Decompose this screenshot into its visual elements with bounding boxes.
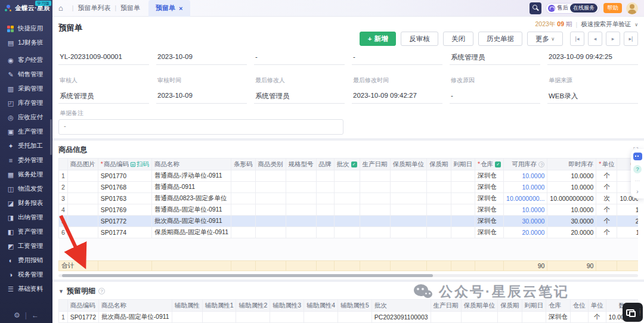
column-header[interactable]: 到期日 <box>451 159 475 170</box>
form-field-value[interactable]: 2023-10-09 <box>156 91 247 104</box>
after-sales-service-button[interactable]: 售后 在线服务 <box>546 3 599 14</box>
tab-reservation-order[interactable]: 预留单 × <box>148 0 190 17</box>
batch-check-icon[interactable]: ✓ <box>495 162 501 167</box>
sidebar-item-8[interactable]: ▣生产管理 <box>0 125 52 139</box>
column-header[interactable]: 批次✓ <box>334 159 360 170</box>
close-tab-icon[interactable]: × <box>179 5 182 12</box>
column-header[interactable]: 单位 <box>588 300 606 312</box>
sidebar-item-9[interactable]: ✦受托加工 <box>0 139 52 153</box>
sidebar-item-7[interactable]: ◎应收应付 <box>0 110 52 125</box>
screen-cast-widget[interactable]: ⋮⋮ <box>623 303 643 322</box>
sidebar-item-18[interactable]: ◑税务管理 <box>0 268 52 282</box>
sidebar-item-15[interactable]: ◧资产管理 <box>0 225 52 239</box>
form-field-value[interactable]: 系统管理员 <box>58 91 149 104</box>
sidebar-item-14[interactable]: ◨出纳管理 <box>0 210 52 225</box>
collapse-sidebar-icon[interactable]: ← <box>32 311 39 319</box>
add-button[interactable]: +新增 <box>360 32 397 46</box>
form-field-value[interactable]: 2023-10-09 <box>156 52 247 65</box>
first-page-button[interactable]: |◂ <box>570 32 584 46</box>
column-header[interactable]: 可用库存? <box>504 159 547 170</box>
column-header[interactable]: 条形码 <box>231 159 256 170</box>
form-field-value[interactable]: 系统管理员 <box>450 52 540 65</box>
sidebar-item-5[interactable]: ▥采购管理 <box>0 82 52 96</box>
sidebar-item-4[interactable]: ✎销售管理 <box>0 67 52 82</box>
last-page-button[interactable]: ▸| <box>624 32 638 46</box>
column-header[interactable]: *商品编码扫码 <box>98 159 151 170</box>
history-button[interactable]: 历史单据 <box>478 32 522 46</box>
column-header[interactable]: 保质期 <box>498 300 522 312</box>
batch-check-icon[interactable]: ✓ <box>351 162 357 167</box>
close-button[interactable]: 关闭 <box>443 32 473 46</box>
form-field-value[interactable]: - <box>254 52 345 65</box>
sidebar-item-13[interactable]: ◪财务报表 <box>0 196 52 210</box>
settings-gear-icon[interactable]: ⚙ <box>14 311 20 319</box>
column-header[interactable]: *单位 <box>596 159 617 170</box>
form-field-value[interactable]: YL-20231009-00001 <box>58 52 149 65</box>
table-row[interactable]: 6SP01774保质期商品-固定单位-0911深圳仓20.000020.0000… <box>59 227 639 238</box>
form-field-value[interactable]: 2023-10-09 09:42:27 <box>352 91 442 104</box>
form-field-value[interactable]: 系统管理员 <box>254 91 345 104</box>
help-circle-icon[interactable]: ? <box>98 288 105 294</box>
collapse-panel-arrow-icon[interactable]: › <box>636 188 638 195</box>
column-header[interactable]: 仓位 <box>570 300 588 312</box>
table-row[interactable]: 1SP01772批次商品-固定单位-0911PC2023091100003深圳仓… <box>59 312 639 323</box>
chevron-down-icon[interactable]: ∨ <box>634 22 638 27</box>
column-header[interactable]: 辅助属性5 <box>338 300 372 312</box>
column-header[interactable]: 规格型号 <box>286 159 316 170</box>
sidebar-item-11[interactable]: ▦账务处理 <box>0 167 52 182</box>
column-header[interactable]: 辅助属性4 <box>304 300 338 312</box>
user-avatar[interactable] <box>626 2 638 14</box>
unapprove-button[interactable]: 反审核 <box>401 32 438 46</box>
table-row[interactable]: 4SP01769普通商品-固定单位-0911深圳仓10.000010.0000个… <box>59 204 639 216</box>
app-logo[interactable]: 金蝶云·星辰 学习版 <box>0 0 52 17</box>
column-header[interactable]: 辅助属性3 <box>270 300 304 312</box>
help-circle-icon[interactable]: ? <box>538 162 544 167</box>
column-header[interactable]: 仓库 <box>546 300 571 312</box>
column-header[interactable]: 商品名称 <box>99 300 172 312</box>
prev-page-button[interactable]: ◂ <box>588 32 602 46</box>
table-row[interactable]: 5SP01772批次商品-固定单位-0911深圳仓30.000030.0000个… <box>59 216 639 227</box>
collapse-triangle-icon[interactable]: ▼ <box>58 288 64 294</box>
column-header[interactable]: 生产日期 <box>360 159 390 170</box>
product-hscrollbar[interactable] <box>58 274 638 277</box>
column-header[interactable]: 生产日期 <box>431 300 461 312</box>
breadcrumb-current[interactable]: 预留单 <box>120 4 140 13</box>
sidebar-item-1[interactable]: 快捷应用 <box>0 21 52 36</box>
column-header[interactable]: 辅助属性1 <box>202 300 236 312</box>
scan-code-icon[interactable]: 扫码 <box>131 160 149 167</box>
column-header[interactable] <box>59 159 68 170</box>
column-header[interactable]: 到期日 <box>522 300 546 312</box>
form-field-value[interactable]: WEB录入 <box>547 91 638 104</box>
home-icon[interactable]: ⌂ <box>58 4 63 13</box>
chat-bubble-icon[interactable] <box>633 153 642 160</box>
quick-search-validation-link[interactable]: 极速搜索开单验证 <box>581 20 631 29</box>
remark-textarea[interactable]: - <box>58 119 343 135</box>
question-icon[interactable]: ? <box>633 165 642 173</box>
global-search-button[interactable] <box>530 2 541 14</box>
column-header[interactable]: *仓库✓ <box>475 159 504 170</box>
column-header[interactable]: 商品名称 <box>151 159 231 170</box>
sidebar-item-6[interactable]: ◰库存管理 <box>0 96 52 110</box>
sidebar-item-3[interactable]: ◉客户经营 <box>0 53 52 67</box>
column-header[interactable]: 辅助属性2 <box>236 300 270 312</box>
next-page-button[interactable]: ▸ <box>606 32 620 46</box>
form-field-value[interactable]: 2023-10-09 09:42:25 <box>547 52 638 65</box>
column-header[interactable]: 保质期单位 <box>461 300 498 312</box>
form-field-value[interactable]: - <box>352 52 442 65</box>
column-header[interactable]: 品牌 <box>316 159 334 170</box>
sidebar-item-10[interactable]: ≡委外管理 <box>0 153 52 167</box>
column-header[interactable]: 商品编码 <box>67 300 98 312</box>
column-header[interactable]: 保质期单位 <box>390 159 427 170</box>
column-header[interactable]: 辅助属性 <box>172 300 202 312</box>
breadcrumb-list[interactable]: 预留单列表 <box>78 4 110 13</box>
sidebar-item-19[interactable]: ☰基础资料 <box>0 282 52 296</box>
more-button[interactable]: 更多 ∨ <box>527 32 563 46</box>
help-button[interactable]: 帮助 <box>603 3 622 13</box>
sidebar-item-17[interactable]: ◐费用报销 <box>0 253 52 268</box>
sidebar-scrollbar[interactable] <box>50 119 52 155</box>
column-header[interactable]: 商品类别 <box>255 159 286 170</box>
form-field-value[interactable]: - <box>450 91 540 104</box>
column-header[interactable]: 保质期 <box>427 159 451 170</box>
table-row[interactable]: 2SP01768普通商品-0911深圳仓10.000010.0000个10.00… <box>59 182 639 193</box>
column-header[interactable]: 即时库存 <box>547 159 596 170</box>
